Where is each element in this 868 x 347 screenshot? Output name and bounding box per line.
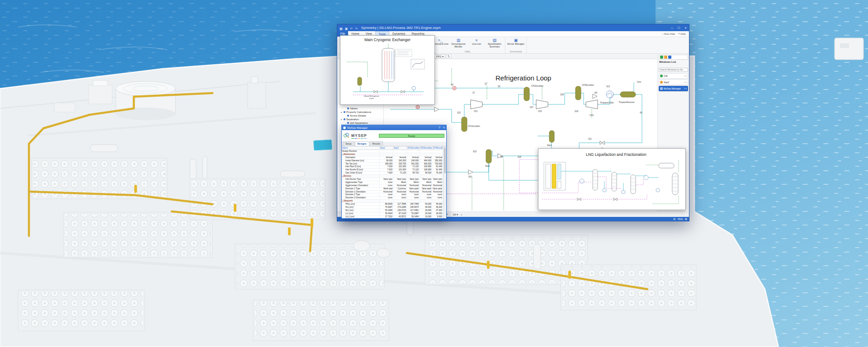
sep2-cell[interactable]: Horizontal: [393, 191, 407, 193]
mysep-tab[interactable]: Designs: [355, 141, 369, 146]
cp1scrubber-cell[interactable]: 541.000: [407, 163, 420, 165]
cp1scrubber-cell[interactable]: [407, 153, 420, 156]
cp2scrubber-cell[interactable]: [420, 153, 432, 156]
lng-exchanger-block[interactable]: [544, 162, 566, 190]
table-scrollbar[interactable]: [443, 146, 446, 218]
cp1scrubber-cell[interactable]: 156.5974: [407, 206, 420, 209]
table-row[interactable]: Demister 2 Type none none none none none: [342, 193, 443, 197]
sep1-cell[interactable]: Vertical: [380, 156, 393, 159]
tabbar-tool-button[interactable]: ↕ Auto-hide: [662, 33, 675, 35]
compressor-cp1[interactable]: [471, 100, 482, 109]
sep2-cell[interactable]: Mesh: [393, 181, 407, 184]
mixer-m2[interactable]: [593, 94, 597, 98]
pin-icon[interactable]: •: [684, 87, 685, 90]
undo-icon[interactable]: ↶: [350, 27, 353, 30]
chiller-propanechiller[interactable]: [606, 91, 613, 98]
minimize-button[interactable]: –: [669, 24, 675, 31]
cp1scrubber-cell[interactable]: Vertical: [407, 156, 420, 159]
sep2-cell[interactable]: [393, 200, 407, 202]
cp3scrubber-cell[interactable]: Horizontal: [432, 184, 443, 187]
cp2scrubber-cell[interactable]: 900.000: [420, 163, 432, 165]
cp2scrubber-cell[interactable]: [420, 175, 432, 178]
table-row[interactable]: NLL [cm] 53.1965 130.6715 117.4481 30.00…: [342, 209, 443, 212]
table-row[interactable]: Gas Outlet ID [cm] 7.620 71.120 45.720 9…: [342, 172, 443, 175]
cp3scrubber-cell[interactable]: [432, 153, 443, 156]
cp2scrubber-cell[interactable]: 106.680: [420, 165, 432, 168]
cp1scrubber-cell[interactable]: 240.000: [407, 159, 420, 162]
table-row[interactable]: Devices: [342, 175, 443, 178]
column-header[interactable]: CP3Scrubber: [432, 146, 443, 150]
cp3scrubber-cell[interactable]: none: [432, 193, 443, 196]
vessel-sep2[interactable]: [486, 150, 491, 163]
cp3scrubber-cell[interactable]: 36.000: [432, 206, 443, 209]
sep1-cell[interactable]: Vane type: [380, 178, 393, 181]
tree-item[interactable]: Amine Details: [337, 114, 383, 117]
mysep-close-button[interactable]: ×: [442, 125, 446, 130]
green-window-icon[interactable]: [660, 56, 663, 59]
close-icon[interactable]: ×: [685, 87, 687, 90]
compressor-cp3[interactable]: [586, 100, 598, 109]
filter-dropdown[interactable]: All ▾: [453, 213, 458, 216]
cp1scrubber-cell[interactable]: Vane type: [407, 178, 420, 181]
orange-window-icon[interactable]: [664, 56, 667, 59]
column-header[interactable]: Sep2: [393, 146, 407, 150]
sep2-cell[interactable]: Vane type: [393, 178, 407, 181]
sep1-cell[interactable]: [380, 175, 393, 178]
table-row[interactable]: HHLL [cm] 88.6609 217.7858 195.7468 50.0…: [342, 203, 443, 206]
cp3scrubber-cell[interactable]: none: [432, 197, 443, 199]
cooler-h1[interactable]: [416, 105, 420, 109]
sep2-cell[interactable]: 329.700: [393, 163, 407, 165]
cp1scrubber-cell[interactable]: 39.1494: [407, 216, 420, 218]
blue-window-icon[interactable]: [668, 56, 671, 59]
sep1-cell[interactable]: none: [380, 193, 393, 196]
sep1-cell[interactable]: 7.620: [380, 165, 393, 168]
sep1-cell[interactable]: 70.9287: [380, 206, 393, 209]
sep2-cell[interactable]: Cyclones: [393, 188, 407, 190]
vessel-cp3scrubber[interactable]: [576, 86, 581, 100]
mysep-titlebar[interactable]: MySep Manager ? ×: [342, 125, 446, 130]
zoom-in-icon[interactable]: ⊕: [685, 217, 687, 221]
cp3scrubber-cell[interactable]: Vertical: [432, 156, 443, 159]
cp3scrubber-cell[interactable]: 76.200: [432, 172, 443, 174]
table-row[interactable]: Inside Diameter [cm] 90.000 342.000 240.…: [342, 159, 443, 163]
sep1-cell[interactable]: 7.620: [380, 169, 393, 171]
sep1-cell[interactable]: none: [380, 197, 393, 199]
cp3scrubber-cell[interactable]: [432, 200, 443, 202]
close-icon[interactable]: ×: [685, 81, 687, 84]
sep2-cell[interactable]: [393, 153, 407, 156]
cp1scrubber-cell[interactable]: 71.120: [407, 165, 420, 168]
save-icon[interactable]: ▣: [345, 27, 348, 30]
cp1scrubber-cell[interactable]: 117.4481: [407, 209, 420, 212]
sep1-cell[interactable]: 90.000: [380, 159, 393, 162]
cp1scrubber-cell[interactable]: [407, 175, 420, 178]
zoom-out-icon[interactable]: ⊖: [673, 217, 675, 221]
ribbon-button[interactable]: ▣ Server Manager: [507, 38, 525, 50]
cp2scrubber-cell[interactable]: 96.520: [420, 172, 432, 174]
mysep-tab[interactable]: Setup: [343, 141, 354, 146]
sep1-cell[interactable]: 280.000: [380, 163, 393, 165]
sep1-cell[interactable]: none: [380, 181, 393, 184]
table-row[interactable]: Inlet Nozzle ID [cm] 7.620 101.600 71.12…: [342, 169, 443, 172]
cp2scrubber-cell[interactable]: 50.000: [420, 203, 432, 206]
cp1scrubber-cell[interactable]: 195.7468: [407, 203, 420, 206]
compressor-cp2[interactable]: [536, 100, 548, 109]
cp2scrubber-cell[interactable]: Vertical: [420, 156, 432, 159]
vessel-sep1[interactable]: [549, 131, 554, 142]
sep2-cell[interactable]: 101.600: [393, 165, 407, 168]
mysep-tab[interactable]: Results: [370, 141, 383, 146]
mysep-help-button[interactable]: ?: [437, 125, 442, 130]
sep1-cell[interactable]: [380, 150, 393, 153]
vessel-cp1scrubber[interactable]: [462, 117, 467, 131]
cp1scrubber-cell[interactable]: [407, 150, 420, 153]
sep1-cell[interactable]: 35.4644: [380, 212, 393, 215]
cp2scrubber-cell[interactable]: 106.680: [420, 169, 432, 171]
cooler-h2[interactable]: [453, 86, 456, 90]
table-row[interactable]: Demister 1 Type Mesh pad Cyclones Vane p…: [342, 188, 443, 191]
cp2scrubber-cell[interactable]: Horizontal: [420, 184, 432, 187]
cp1scrubber-cell[interactable]: Vane pack: [407, 188, 420, 190]
cp3scrubber-cell[interactable]: 91.440: [432, 169, 443, 171]
cp3scrubber-cell[interactable]: [432, 175, 443, 178]
table-row[interactable]: Demister 1 Orientation Horizontal Horizo…: [342, 191, 443, 194]
sep1-cell[interactable]: [380, 153, 393, 156]
cp2scrubber-cell[interactable]: 40.000: [420, 206, 432, 209]
